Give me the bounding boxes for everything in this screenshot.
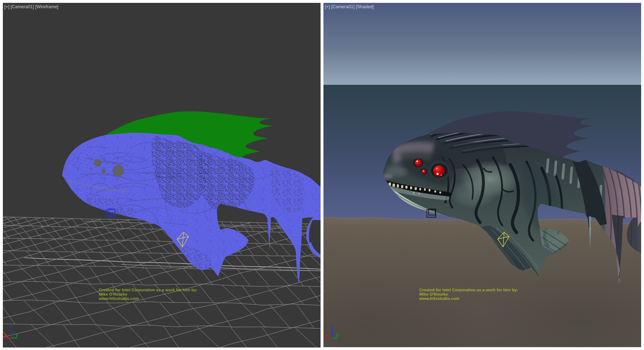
svg-text:Mike O'Rourke: Mike O'Rourke <box>99 292 127 296</box>
svg-text:[+] [Camera01] [Shaded]: [+] [Camera01] [Shaded] <box>325 4 374 9</box>
svg-text:x: x <box>325 332 327 337</box>
svg-text:z: z <box>331 324 333 329</box>
svg-text:x: x <box>4 332 6 337</box>
svg-text:[+] [Camera01] [Wireframe]: [+] [Camera01] [Wireframe] <box>4 4 58 9</box>
svg-text:y: y <box>336 332 339 337</box>
svg-text:Created for Intel Corporation: Created for Intel Corporation as a work … <box>99 288 197 292</box>
svg-text:Mike O'Rourke: Mike O'Rourke <box>419 292 448 296</box>
svg-text:www.fritzstudio.com: www.fritzstudio.com <box>419 296 459 301</box>
svg-text:Created for Intel Corporation: Created for Intel Corporation as a work … <box>419 288 518 292</box>
svg-text:www.fritzstudio.com: www.fritzstudio.com <box>98 296 139 301</box>
svg-text:y: y <box>16 332 18 337</box>
svg-text:z: z <box>10 324 12 329</box>
